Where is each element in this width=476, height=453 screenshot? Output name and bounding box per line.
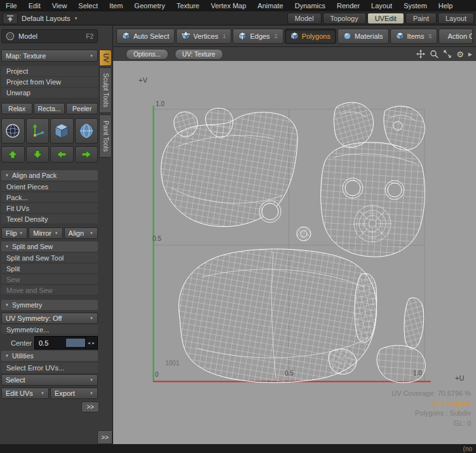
layout-selector-label: Default Layouts xyxy=(22,15,70,22)
uv-map-button[interactable]: UV: Texture xyxy=(175,49,223,60)
edges-cube-icon xyxy=(238,32,247,40)
select-error-uvs-command[interactable]: Select Error UVs... xyxy=(1,363,98,374)
polygons-mode-button[interactable]: Polygons xyxy=(285,29,336,44)
section-symmetry[interactable]: ▼ Symmetry xyxy=(1,300,98,310)
menu-animate[interactable]: Animate xyxy=(252,2,289,10)
section-align-and-pack[interactable]: ▼ Align and Pack xyxy=(1,170,98,180)
side-tab-uv[interactable]: UV xyxy=(99,50,112,66)
symmetrize-command[interactable]: Symmetrize... xyxy=(1,325,98,335)
options-button[interactable]: Options... xyxy=(126,49,168,60)
flip-dropdown[interactable]: Flip ▼ xyxy=(1,227,27,239)
layouts-home-button[interactable] xyxy=(3,13,18,24)
layout-tab-model[interactable]: Model xyxy=(287,13,322,24)
align-label: Align xyxy=(69,229,84,237)
layout-tab-uvedit[interactable]: UVEdit xyxy=(367,13,404,24)
menu-view[interactable]: View xyxy=(46,2,73,10)
edit-uvs-dropdown[interactable]: Edit UVs ▼ xyxy=(1,388,49,399)
shift-left-button[interactable] xyxy=(50,146,74,163)
sphere-projection-button[interactable] xyxy=(75,118,99,144)
panel-expand-button[interactable]: >> xyxy=(81,402,99,412)
uv-symmetry-dropdown[interactable]: UV Symmetry: Off ▼ xyxy=(1,313,98,324)
panel-expand-button-bottom[interactable]: >> xyxy=(97,430,112,444)
texel-density-command[interactable]: Texel Density xyxy=(1,214,98,224)
command-project[interactable]: Project xyxy=(1,66,98,77)
shortcut-key: 1 xyxy=(222,33,226,39)
menu-geometry[interactable]: Geometry xyxy=(128,2,170,10)
section-split-and-sew[interactable]: ▼ Split and Sew xyxy=(1,241,98,252)
side-tab-paint-tools[interactable]: Paint Tools xyxy=(99,114,112,158)
center-label: Center xyxy=(1,339,32,347)
viewport-options-bar: Options... UV: Texture ⚙ ▶ xyxy=(113,47,476,61)
split-command[interactable]: Split xyxy=(1,264,98,274)
menu-item[interactable]: Item xyxy=(104,2,128,10)
selection-mode-readout: All Polygons xyxy=(391,399,471,409)
layout-tab-topology[interactable]: Topology xyxy=(323,13,366,24)
menu-file[interactable]: File xyxy=(0,2,23,10)
u-axis-label: +U xyxy=(455,374,464,382)
tick-origin: 0 xyxy=(155,371,159,378)
orient-pieces-command[interactable]: Orient Pieces xyxy=(1,182,98,192)
center-stepper[interactable]: ◄► xyxy=(85,337,97,349)
split-and-sew-tool-command[interactable]: Split and Sew Tool xyxy=(1,253,98,263)
section-utilities[interactable]: ▼ Utilities xyxy=(1,351,98,361)
uv-sphere-projection-button[interactable] xyxy=(1,118,25,144)
materials-mode-button[interactable]: Materials xyxy=(337,29,389,44)
center-value[interactable]: 0.5 xyxy=(35,339,66,347)
menu-render[interactable]: Render xyxy=(331,2,365,10)
select-dropdown[interactable]: Select ▼ xyxy=(1,374,98,386)
items-mode-button[interactable]: Items 5 xyxy=(390,29,438,44)
polygons-cube-icon xyxy=(290,32,299,40)
vertices-mode-button[interactable]: Vertices 1 xyxy=(176,29,231,44)
maximize-icon[interactable] xyxy=(443,50,452,58)
layout-selector[interactable]: Default Layouts ▼ xyxy=(22,15,78,22)
button-label: Items xyxy=(407,32,425,40)
axis-widget-button[interactable] xyxy=(26,118,50,144)
command-project-from-view[interactable]: Project from View xyxy=(1,77,98,88)
fit-uvs-command[interactable]: Fit UVs xyxy=(1,203,98,213)
menu-select[interactable]: Select xyxy=(72,2,104,10)
auto-select-button[interactable]: Auto Select xyxy=(116,29,175,44)
uv-shift-arrows-row xyxy=(1,146,98,163)
pack-command[interactable]: Pack... xyxy=(1,193,98,203)
shift-up-button[interactable] xyxy=(1,146,25,163)
arrow-right-icon xyxy=(81,150,92,159)
relax-button[interactable]: Relax xyxy=(1,103,32,114)
menu-layout[interactable]: Layout xyxy=(365,2,398,10)
align-dropdown[interactable]: Align ▼ xyxy=(64,227,98,239)
layout-tab-paint[interactable]: Paint xyxy=(405,13,437,24)
mirror-dropdown[interactable]: Mirror ▼ xyxy=(29,227,62,239)
map-texture-dropdown[interactable]: Map: Texture ▼ xyxy=(1,50,98,62)
unwrap-tools-row: Relax Recta... Peeler xyxy=(1,103,98,114)
action-center-button[interactable]: Action Cen xyxy=(439,29,473,44)
side-tab-sculpt-tools[interactable]: Sculpt Tools xyxy=(99,67,112,113)
pan-icon[interactable] xyxy=(416,50,425,58)
export-label: Export xyxy=(55,389,75,397)
mini-slider-fill[interactable] xyxy=(66,339,85,347)
select-label: Select xyxy=(6,376,25,384)
uv-wireframe xyxy=(161,102,425,382)
peeler-button[interactable]: Peeler xyxy=(66,103,98,114)
menu-dynamics[interactable]: Dynamics xyxy=(289,2,331,10)
zoom-icon[interactable] xyxy=(430,50,439,58)
menu-help[interactable]: Help xyxy=(433,2,459,10)
rectangle-button[interactable]: Recta... xyxy=(34,103,65,114)
uv-viewport[interactable]: +V 1.0 0.5 0 0.5 1.0 +U 1001 UV Coverage… xyxy=(113,61,476,444)
button-label: Vertices xyxy=(193,32,218,40)
export-dropdown[interactable]: Export ▼ xyxy=(50,388,98,399)
shift-down-button[interactable] xyxy=(26,146,50,163)
edges-mode-button[interactable]: Edges 2 xyxy=(233,29,283,44)
center-input[interactable]: 0.5 ◄► xyxy=(34,336,98,349)
panel-header[interactable]: Model F2 xyxy=(1,29,98,43)
settings-gear-icon[interactable]: ⚙ xyxy=(456,50,464,58)
menu-texture[interactable]: Texture xyxy=(171,2,205,10)
shift-right-button[interactable] xyxy=(75,146,99,163)
menu-system[interactable]: System xyxy=(398,2,433,10)
next-arrow-icon[interactable]: ▶ xyxy=(468,51,472,57)
layout-tab-layout[interactable]: Layout xyxy=(438,13,474,24)
chevron-down-icon: ▼ xyxy=(19,231,23,235)
command-unwrap[interactable]: Unwrap xyxy=(1,88,98,98)
uv-canvas[interactable] xyxy=(113,61,476,444)
menu-edit[interactable]: Edit xyxy=(23,2,46,10)
cube-projection-button[interactable] xyxy=(50,118,74,144)
menu-vertex-map[interactable]: Vertex Map xyxy=(205,2,252,10)
